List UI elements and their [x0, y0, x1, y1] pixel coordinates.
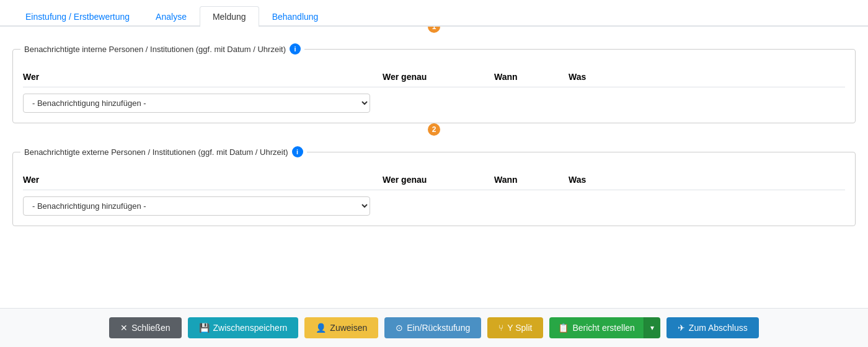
table-header-internal: Wer Wer genau Wann Was — [23, 67, 845, 87]
schliessen-button[interactable]: ✕ Schließen — [109, 317, 181, 338]
chevron-down-icon: ▾ — [650, 323, 654, 332]
circle-icon: ⊙ — [396, 323, 403, 333]
col-header-wann-2: Wann — [494, 175, 569, 185]
col-header-was-1: Was — [569, 72, 845, 82]
user-icon: 👤 — [316, 323, 326, 333]
zum-abschluss-button[interactable]: ✈ Zum Abschluss — [666, 317, 759, 338]
section-external-label: Benachrichtigte externe Personen / Insti… — [20, 146, 307, 157]
section-external: Benachrichtigte externe Personen / Insti… — [12, 152, 856, 226]
schliessen-icon: ✕ — [120, 323, 128, 333]
section-internal-inner: Wer Wer genau Wann Was - Benachrichtigun… — [13, 55, 855, 123]
section-internal-wrapper: 1 Benachrichtigte interne Personen / Ins… — [12, 39, 856, 123]
badge-2: 2 — [428, 123, 440, 136]
tab-behandlung[interactable]: Behandlung — [259, 6, 332, 27]
zuweisen-button[interactable]: 👤 Zuweisen — [304, 317, 378, 338]
col-header-was-2: Was — [569, 175, 845, 185]
col-header-wer-genau-1: Wer genau — [383, 72, 494, 82]
tab-meldung[interactable]: Meldung — [200, 6, 259, 27]
tab-analyse[interactable]: Analyse — [143, 6, 200, 27]
benachrichtigung-select-internal[interactable]: - Benachrichtigung hinzufügen - — [23, 94, 370, 113]
send-icon: ✈ — [678, 323, 685, 333]
save-icon: 💾 — [199, 323, 210, 333]
split-icon: ⑂ — [498, 323, 503, 333]
zwischenspeichern-button[interactable]: 💾 Zwischenspeichern — [188, 317, 299, 338]
main-content: 1 Benachrichtigte interne Personen / Ins… — [0, 27, 868, 308]
bericht-erstellen-dropdown[interactable]: ▾ — [644, 317, 660, 338]
tab-einstufung[interactable]: Einstufung / Erstbewertung — [12, 6, 143, 27]
section-internal-label: Benachrichtigte interne Personen / Insti… — [20, 43, 304, 55]
report-icon: 📋 — [558, 323, 569, 333]
col-header-wer-2: Wer — [23, 175, 383, 185]
col-header-wann-1: Wann — [494, 72, 569, 82]
split-button[interactable]: ⑂ Y Split — [487, 317, 543, 338]
section-external-wrapper: 2 Benachrichtigte externe Personen / Ins… — [12, 142, 856, 226]
table-header-external: Wer Wer genau Wann Was — [23, 170, 845, 190]
badge-1: 1 — [428, 27, 440, 33]
tab-bar: Einstufung / Erstbewertung Analyse Meldu… — [0, 0, 868, 27]
footer: ✕ Schließen 💾 Zwischenspeichern 👤 Zuweis… — [0, 308, 868, 347]
col-header-wer-genau-2: Wer genau — [383, 175, 494, 185]
select-row-external: - Benachrichtigung hinzufügen - — [23, 196, 845, 216]
col-header-wer-1: Wer — [23, 72, 383, 82]
section-external-inner: Wer Wer genau Wann Was - Benachrichtigun… — [13, 157, 855, 226]
select-row-internal: - Benachrichtigung hinzufügen - — [23, 94, 845, 113]
info-icon-internal[interactable]: i — [290, 43, 301, 55]
bericht-erstellen-button[interactable]: 📋 Bericht erstellen — [549, 317, 643, 338]
benachrichtigung-select-external[interactable]: - Benachrichtigung hinzufügen - — [23, 196, 370, 216]
section-internal: Benachrichtigte interne Personen / Insti… — [12, 49, 856, 123]
bericht-erstellen-group: 📋 Bericht erstellen ▾ — [549, 317, 660, 338]
einrueckstufung-button[interactable]: ⊙ Ein/Rückstufung — [384, 317, 481, 338]
info-icon-external[interactable]: i — [292, 146, 303, 157]
